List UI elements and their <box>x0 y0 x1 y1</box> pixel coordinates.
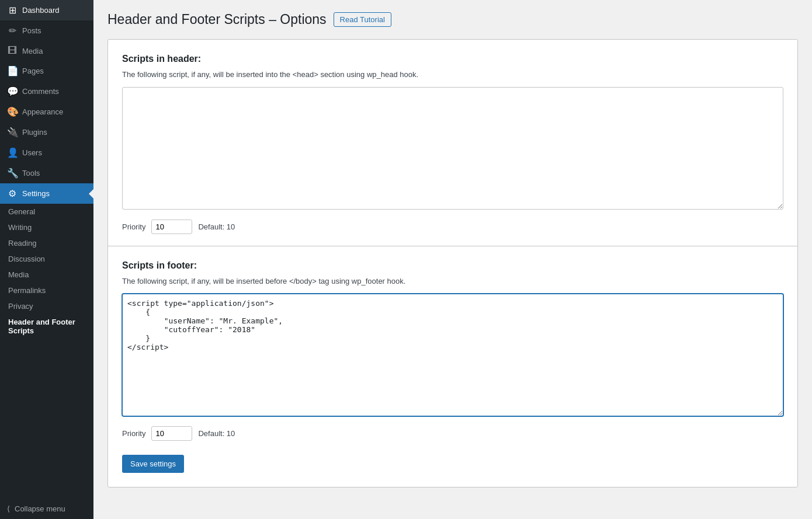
header-scripts-section: Scripts in header: The following script,… <box>122 54 783 246</box>
collapse-menu-button[interactable]: ⟨ Collapse menu <box>0 499 93 519</box>
users-icon: 👤 <box>7 147 18 158</box>
tools-icon: 🔧 <box>7 168 18 179</box>
sidebar-item-label: Comments <box>22 87 59 96</box>
sidebar-item-label: Plugins <box>22 128 47 137</box>
header-scripts-title: Scripts in header: <box>122 54 783 64</box>
sidebar-item-media[interactable]: 🎞 Media <box>0 41 93 61</box>
sidebar-sub-item-discussion[interactable]: Discussion <box>0 251 93 267</box>
sidebar-item-pages[interactable]: 📄 Pages <box>0 61 93 81</box>
footer-priority-row: Priority Default: 10 <box>122 426 783 452</box>
page-header: Header and Footer Scripts – Options Read… <box>107 12 798 27</box>
sidebar-item-appearance[interactable]: 🎨 Appearance <box>0 102 93 122</box>
save-settings-button[interactable]: Save settings <box>122 455 184 473</box>
section-divider <box>108 246 797 246</box>
posts-icon: ✏ <box>7 25 18 36</box>
media-icon: 🎞 <box>7 46 18 56</box>
sidebar-item-comments[interactable]: 💬 Comments <box>0 81 93 102</box>
header-scripts-textarea[interactable] <box>122 87 783 210</box>
sidebar-item-label: Posts <box>22 26 41 35</box>
settings-icon: ⚙ <box>7 188 18 199</box>
sidebar-item-dashboard[interactable]: ⊞ Dashboard <box>0 0 93 20</box>
sidebar-sub-item-header-footer-scripts[interactable]: Header and Footer Scripts <box>0 314 93 339</box>
footer-priority-label: Priority <box>122 429 145 438</box>
footer-scripts-title: Scripts in footer: <box>122 260 783 271</box>
sidebar-item-plugins[interactable]: 🔌 Plugins <box>0 122 93 142</box>
comments-icon: 💬 <box>7 86 18 97</box>
sidebar-item-label: Settings <box>22 189 50 198</box>
sidebar-sub-item-writing[interactable]: Writing <box>0 220 93 235</box>
footer-scripts-description: The following script, if any, will be in… <box>122 277 783 285</box>
sidebar-sub-item-reading[interactable]: Reading <box>0 235 93 251</box>
footer-scripts-textarea[interactable] <box>122 294 783 416</box>
main-content: Header and Footer Scripts – Options Read… <box>93 0 812 519</box>
sidebar-sub-item-permalinks[interactable]: Permalinks <box>0 283 93 298</box>
plugins-icon: 🔌 <box>7 127 18 138</box>
header-scripts-description: The following script, if any, will be in… <box>122 70 783 79</box>
footer-scripts-section: Scripts in footer: The following script,… <box>122 260 783 452</box>
sidebar-sub-item-privacy[interactable]: Privacy <box>0 298 93 314</box>
footer-priority-input[interactable] <box>151 426 192 441</box>
sidebar-item-settings[interactable]: ⚙ Settings <box>0 183 93 204</box>
header-priority-input[interactable] <box>151 220 192 234</box>
sidebar-item-label: Dashboard <box>22 6 60 15</box>
appearance-icon: 🎨 <box>7 106 18 117</box>
collapse-icon: ⟨ <box>7 504 10 513</box>
sidebar-item-users[interactable]: 👤 Users <box>0 142 93 163</box>
sidebar-item-label: Tools <box>22 169 40 177</box>
sidebar-item-tools[interactable]: 🔧 Tools <box>0 163 93 183</box>
options-card: Scripts in header: The following script,… <box>107 39 798 487</box>
sidebar-item-label: Pages <box>22 67 44 75</box>
pages-icon: 📄 <box>7 65 18 76</box>
sidebar-sub-item-media[interactable]: Media <box>0 267 93 283</box>
sidebar-item-label: Appearance <box>22 107 63 116</box>
page-title: Header and Footer Scripts – Options <box>107 12 327 27</box>
dashboard-icon: ⊞ <box>7 5 18 16</box>
sidebar-item-label: Media <box>22 47 43 55</box>
header-priority-label: Priority <box>122 222 145 231</box>
sidebar-item-posts[interactable]: ✏ Posts <box>0 20 93 41</box>
footer-default-text: Default: 10 <box>198 429 235 438</box>
header-priority-row: Priority Default: 10 <box>122 220 783 246</box>
sidebar-sub-item-general[interactable]: General <box>0 204 93 220</box>
read-tutorial-button[interactable]: Read Tutorial <box>334 12 391 27</box>
sidebar: ⊞ Dashboard ✏ Posts 🎞 Media 📄 Pages 💬 Co… <box>0 0 93 519</box>
header-default-text: Default: 10 <box>198 222 235 231</box>
sidebar-item-label: Users <box>22 148 42 157</box>
